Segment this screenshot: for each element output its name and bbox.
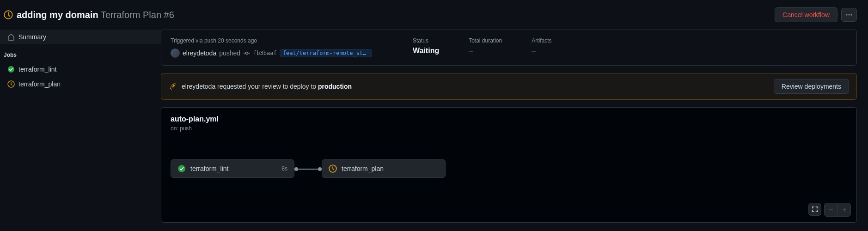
workflow-graph-box: auto-plan.yml on: push terraform_lint 8s	[161, 107, 857, 223]
actor-name[interactable]: elreydetoda	[183, 49, 216, 57]
trigger-text: Triggered via push 20 seconds ago	[171, 37, 383, 44]
sidebar-job-label: terraform_plan	[18, 80, 61, 88]
status-waiting-icon	[4, 10, 13, 19]
zoom-out-button[interactable]	[825, 203, 837, 216]
duration-label: Total duration	[469, 37, 502, 44]
title-strong: adding my domain	[17, 10, 98, 20]
clock-icon	[329, 164, 337, 173]
svg-point-8	[178, 165, 185, 172]
commit-sha[interactable]: fb3baaf	[253, 50, 277, 56]
status-value: Waiting	[413, 47, 439, 55]
branch-label[interactable]: feat/terraform-remote_sta…	[280, 49, 372, 57]
sidebar-job-terraform-plan[interactable]: terraform_plan	[0, 77, 161, 91]
page-header: adding my domain Terraform Plan #6 Cance…	[0, 0, 868, 30]
svg-point-6	[246, 52, 248, 55]
header-actions: Cancel workflow	[775, 7, 857, 22]
meta-duration-col: Total duration –	[469, 37, 502, 58]
workflow-on-text: on: push	[171, 125, 847, 132]
svg-point-1	[846, 14, 848, 16]
status-label: Status	[413, 37, 439, 44]
graph-canvas[interactable]: terraform_lint 8s terraform_plan	[161, 132, 856, 206]
zoom-in-button[interactable]	[837, 203, 850, 216]
job-node-terraform-plan[interactable]: terraform_plan	[322, 159, 446, 178]
job-node-label: terraform_plan	[342, 165, 439, 172]
job-node-terraform-lint[interactable]: terraform_lint 8s	[171, 159, 294, 178]
workflow-file-name[interactable]: auto-plan.yml	[171, 115, 847, 123]
page-title: adding my domain Terraform Plan #6	[17, 10, 174, 20]
review-deployments-button[interactable]: Review deployments	[774, 79, 849, 94]
pushed-word: pushed	[219, 49, 240, 57]
sidebar-job-terraform-lint[interactable]: terraform_lint	[0, 62, 161, 77]
sidebar-job-label: terraform_lint	[18, 66, 56, 73]
cancel-workflow-button[interactable]: Cancel workflow	[775, 7, 837, 22]
meta-row: Triggered via push 20 seconds ago elreyd…	[171, 37, 847, 58]
artifacts-label: Artifacts	[532, 37, 551, 44]
main-content: Triggered via push 20 seconds ago elreyd…	[161, 30, 868, 223]
svg-point-4	[8, 66, 14, 73]
graph-header: auto-plan.yml on: push	[161, 108, 856, 132]
sidebar-summary-label: Summary	[18, 33, 46, 41]
alert-prefix: elreydetoda requested your review to dep…	[182, 83, 318, 90]
alert-env: production	[318, 83, 352, 90]
meta-artifacts-col: Artifacts –	[532, 37, 551, 58]
push-line: elreydetoda pushed fb3baaf feat/terrafor…	[171, 49, 383, 58]
sidebar-item-summary[interactable]: Summary	[0, 30, 161, 44]
review-alert: elreydetoda requested your review to dep…	[161, 73, 857, 100]
zoom-group	[824, 203, 851, 217]
clock-icon	[7, 80, 15, 88]
sidebar-jobs-heading: Jobs	[0, 44, 161, 62]
sidebar: Summary Jobs terraform_lint terraform_pl…	[0, 30, 161, 223]
fullscreen-button[interactable]	[808, 203, 821, 216]
job-node-label: terraform_lint	[190, 165, 277, 172]
job-node-duration: 8s	[281, 165, 287, 172]
duration-value: –	[469, 47, 502, 55]
alert-text: elreydetoda requested your review to dep…	[182, 83, 352, 90]
kebab-icon	[845, 11, 853, 18]
avatar[interactable]	[171, 49, 180, 58]
header-left: adding my domain Terraform Plan #6	[4, 10, 174, 20]
meta-trigger-col: Triggered via push 20 seconds ago elreyd…	[171, 37, 383, 58]
rocket-icon	[169, 83, 176, 90]
title-rest: Terraform Plan #6	[101, 10, 174, 20]
kebab-menu-button[interactable]	[841, 8, 857, 22]
meta-status-col: Status Waiting	[413, 37, 439, 58]
artifacts-value: –	[532, 47, 551, 55]
svg-point-7	[173, 85, 174, 86]
check-circle-icon	[7, 66, 15, 73]
job-connector	[294, 169, 322, 170]
check-circle-icon	[177, 164, 186, 173]
main-layout: Summary Jobs terraform_lint terraform_pl…	[0, 30, 868, 223]
alert-left: elreydetoda requested your review to dep…	[169, 83, 352, 90]
home-icon	[7, 33, 15, 41]
run-meta-box: Triggered via push 20 seconds ago elreyd…	[161, 30, 857, 66]
svg-point-3	[851, 14, 852, 16]
graph-controls	[808, 203, 851, 217]
commit-icon	[243, 49, 251, 57]
svg-point-2	[849, 14, 850, 16]
